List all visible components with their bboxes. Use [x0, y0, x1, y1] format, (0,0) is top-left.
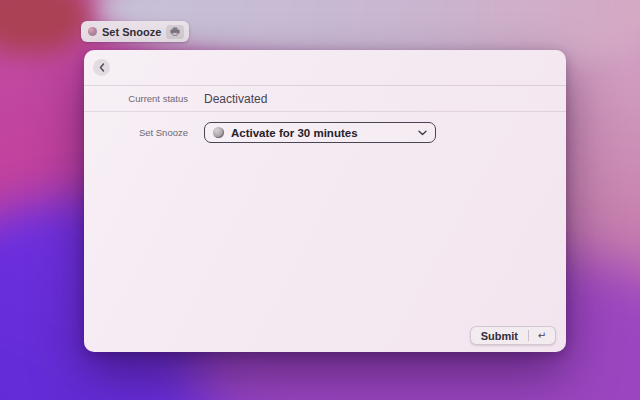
- extension-icon: [88, 27, 97, 36]
- chevron-left-icon: [99, 63, 105, 72]
- command-tag-label: Set Snooze: [102, 26, 161, 38]
- snooze-duration-value: Activate for 30 minutes: [231, 127, 411, 139]
- snooze-form: Current status Deactivated Set Snooze Ac…: [84, 86, 566, 143]
- command-tag: Set Snooze: [81, 21, 189, 42]
- back-button[interactable]: [93, 59, 110, 76]
- snooze-row: Set Snooze Activate for 30 minutes: [84, 122, 566, 143]
- return-key-icon: ↵: [529, 330, 555, 341]
- raycast-window: Current status Deactivated Set Snooze Ac…: [84, 50, 566, 352]
- status-label: Current status: [84, 93, 188, 104]
- row-divider: [84, 111, 566, 112]
- window-footer: Submit ↵: [470, 326, 556, 345]
- chevron-down-icon: [418, 130, 427, 136]
- submit-button[interactable]: Submit ↵: [470, 326, 556, 345]
- snooze-duration-dropdown[interactable]: Activate for 30 minutes: [204, 122, 436, 143]
- moon-icon: [213, 127, 224, 138]
- window-header: [84, 50, 566, 86]
- printer-icon: [166, 25, 184, 39]
- status-value: Deactivated: [204, 92, 267, 106]
- snooze-label: Set Snooze: [84, 127, 188, 138]
- status-row: Current status Deactivated: [84, 86, 566, 111]
- submit-button-label: Submit: [471, 330, 528, 342]
